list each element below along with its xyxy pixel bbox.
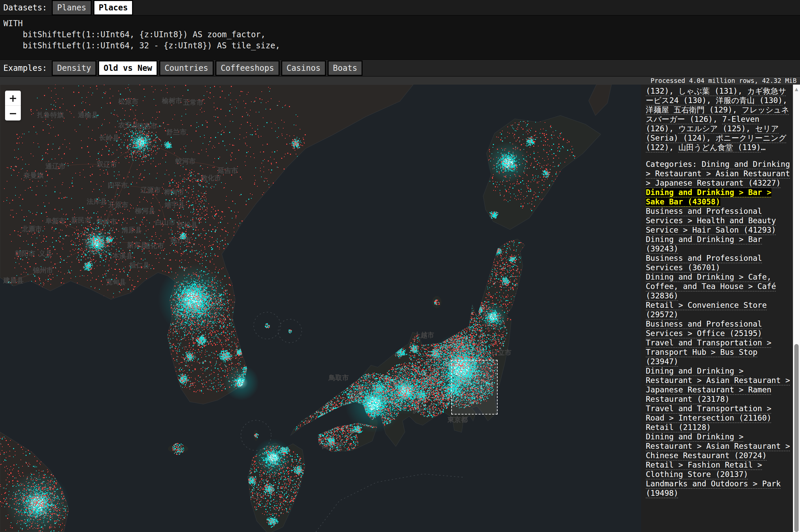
name-link[interactable]: 洋麺屋 五右衛門 (129) — [646, 106, 732, 114]
dataset-button-places[interactable]: Places — [93, 0, 133, 16]
categories-label: Categories: — [646, 160, 702, 169]
category-row: Business and Professional Services (3670… — [646, 253, 790, 272]
scrollbar-up-arrow[interactable]: ▲ — [793, 87, 800, 92]
category-row: Dining and Drinking > Restaurant > Asian… — [646, 432, 790, 460]
category-row: Landmarks and Outdoors > Park (19498) — [646, 479, 790, 498]
category-link[interactable]: Retail (21128) — [646, 423, 711, 432]
category-link[interactable]: Travel and Transportation > Transport Hu… — [646, 338, 771, 366]
category-link[interactable]: Dining and Drinking > Restaurant > Asian… — [646, 366, 790, 403]
category-row: Business and Professional Services > Hea… — [646, 206, 790, 235]
top-names-list: (132), しゃぶ葉 (131), カギ救急サービス24 (130), 洋服の… — [646, 86, 790, 152]
category-row: Dining and Drinking > Restaurant > Asian… — [646, 366, 790, 404]
category-row: Travel and Transportation > Transport Hu… — [646, 338, 790, 366]
datasets-label: Datasets: — [3, 3, 47, 13]
example-button-casinos[interactable]: Casinos — [281, 60, 326, 76]
category-link[interactable]: Business and Professional Services (3670… — [646, 254, 762, 272]
rows-processed-status: Processed 4.04 million rows, 42.32 MiB — [651, 77, 797, 84]
name-link[interactable]: 山田うどん食堂 (119) — [678, 143, 761, 152]
category-row: Retail > Convenience Store (29572) — [646, 300, 790, 319]
category-row: Dining and Drinking > Bar > Sake Bar (43… — [646, 188, 790, 206]
example-button-coffeeshops[interactable]: Coffeeshops — [215, 60, 279, 76]
category-link[interactable]: Landmarks and Outdoors > Park (19498) — [646, 479, 781, 497]
name-link[interactable]: しゃぶ葉 (131) — [678, 87, 738, 95]
map-zoom-control: + − — [5, 91, 21, 120]
query-line: bitShiftLeft(1::UInt64, {z:UInt8}) AS zo… — [3, 30, 266, 39]
category-row: Retail (21128) — [646, 422, 790, 432]
category-link[interactable]: Retail > Fashion Retail > Clothing Store… — [646, 460, 762, 479]
example-button-countries[interactable]: Countries — [159, 60, 214, 76]
category-row: Business and Professional Services > Off… — [646, 319, 790, 338]
category-link[interactable]: Dining and Drinking > Cafe, Coffee, and … — [646, 272, 776, 300]
dataset-button-planes[interactable]: Planes — [52, 0, 92, 16]
categories-list: Categories: Dining and Drinking > Restau… — [646, 159, 790, 498]
page-scrollbar[interactable]: ▲ — [793, 84, 800, 532]
name-link[interactable]: 洋服の青山 (130) — [716, 96, 783, 105]
main-area: + − (132), しゃぶ葉 (131), カギ救急サービス24 (130),… — [0, 84, 800, 532]
zoom-in-button[interactable]: + — [5, 91, 21, 106]
category-link[interactable]: Travel and Transportation > Road > Inter… — [646, 404, 771, 422]
datasets-bar: Datasets: Planes Places — [0, 0, 800, 16]
category-link[interactable]: Dining and Drinking > Bar (39243) — [646, 235, 762, 253]
status-bar: Processed 4.04 million rows, 42.32 MiB — [0, 77, 800, 84]
category-row: Categories: Dining and Drinking > Restau… — [646, 159, 790, 188]
category-link-highlighted[interactable]: Dining and Drinking > Bar > Sake Bar (43… — [646, 188, 771, 206]
category-link[interactable]: Dining and Drinking > Restaurant > Asian… — [646, 432, 790, 460]
category-link[interactable]: Retail > Convenience Store (29572) — [646, 301, 767, 319]
category-link[interactable]: Business and Professional Services > Off… — [646, 320, 762, 338]
category-row: Dining and Drinking > Bar (39243) — [646, 235, 790, 253]
results-sidebar: (132), しゃぶ葉 (131), カギ救急サービス24 (130), 洋服の… — [641, 84, 793, 532]
query-line: bitShiftLeft(1::UInt64, 32 - {z:UInt8}) … — [3, 41, 280, 50]
category-row: Dining and Drinking > Cafe, Coffee, and … — [646, 272, 790, 300]
example-button-boats[interactable]: Boats — [328, 60, 363, 76]
examples-bar: Examples: Density Old vs New Countries C… — [0, 60, 800, 77]
example-button-old-vs-new[interactable]: Old vs New — [98, 60, 158, 76]
query-editor[interactable]: WITH bitShiftLeft(1::UInt64, {z:UInt8}) … — [0, 16, 800, 60]
scrollbar-thumb[interactable] — [794, 344, 799, 532]
query-line: WITH — [3, 19, 23, 28]
map-selection-box — [451, 360, 497, 415]
example-button-density[interactable]: Density — [52, 60, 96, 76]
zoom-out-button[interactable]: − — [5, 106, 21, 120]
category-row: Travel and Transportation > Road > Inter… — [646, 404, 790, 422]
map-canvas[interactable] — [0, 84, 641, 532]
names-ellipsis: … — [761, 143, 766, 152]
examples-label: Examples: — [3, 63, 47, 73]
category-link[interactable]: Business and Professional Services > Hea… — [646, 207, 776, 234]
name-link[interactable]: ウエルシア (125) — [678, 124, 746, 133]
name-link[interactable]: (132) — [646, 87, 669, 95]
map: + − — [0, 84, 641, 532]
category-row: Retail > Fashion Retail > Clothing Store… — [646, 460, 790, 479]
